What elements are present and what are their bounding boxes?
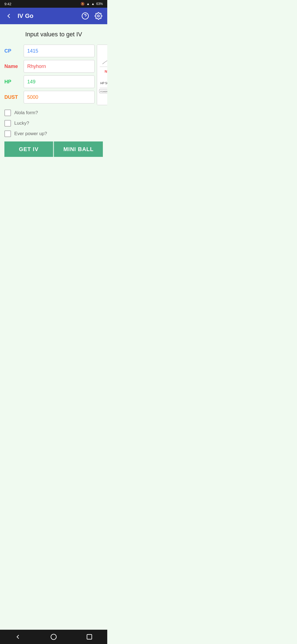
back-arrow-icon [5,12,13,20]
svg-text:HP 50/: HP 50/ [100,81,107,85]
hp-row: HP [4,75,95,88]
status-bar: 9:42 🔕 ▲ ▲ 63% [0,0,107,8]
cp-label: CP [4,48,21,54]
mute-icon: 🔕 [81,2,85,6]
page-title: Input values to get IV [4,31,103,38]
settings-button[interactable] [94,12,103,20]
back-button[interactable] [4,12,13,20]
tutorial-image: 459 cp CP Name Pikachu HP 50/ [97,45,107,105]
main-content: Input values to get IV CP Name HP DUST [0,24,107,178]
status-icons: 🔕 ▲ ▲ 63% [81,2,103,6]
form-fields: CP Name HP DUST [4,45,95,105]
alola-form-checkbox[interactable]: Alola form? [4,110,103,116]
dust-label: DUST [4,94,21,100]
get-iv-button[interactable]: GET IV [4,141,53,157]
ever-power-up-checkbox[interactable]: Ever power up? [4,130,103,137]
app-title: IV Go [18,12,76,20]
lucky-box [4,120,11,127]
svg-text:Name: Name [105,69,107,73]
form-area: CP Name HP DUST [4,45,103,105]
svg-rect-3 [97,45,107,105]
battery-display: 63% [96,2,103,6]
name-label: Name [4,64,21,69]
status-time: 9:42 [4,2,11,6]
svg-point-2 [98,15,100,17]
help-circle-icon [81,12,89,20]
alola-form-label: Alola form? [14,110,38,116]
checkboxes-section: Alola form? Lucky? Ever power up? [4,110,103,137]
name-row: Name [4,60,95,73]
dust-row: DUST [4,91,95,103]
alola-form-box [4,110,11,116]
wifi-icon: ▲ [86,2,90,6]
lucky-checkbox[interactable]: Lucky? [4,120,103,127]
time-display: 9:42 [4,2,11,6]
cp-input[interactable] [24,45,95,57]
ever-power-up-box [4,130,11,137]
svg-text:POWERUP: POWERUP [100,91,107,92]
dust-input[interactable] [24,91,95,103]
lucky-label: Lucky? [14,121,29,126]
help-button[interactable] [81,12,90,20]
hp-input[interactable] [24,75,95,88]
mini-ball-button[interactable]: MINI BALL [54,141,103,157]
hp-label: HP [4,79,21,85]
settings-gear-icon [95,12,102,20]
tutorial-drawing: 459 cp CP Name Pikachu HP 50/ [97,45,107,105]
app-bar: IV Go [0,8,107,24]
action-buttons: GET IV MINI BALL [4,141,103,157]
name-input[interactable] [24,60,95,73]
cp-row: CP [4,45,95,57]
signal-icon: ▲ [91,2,95,6]
ever-power-up-label: Ever power up? [14,131,47,137]
